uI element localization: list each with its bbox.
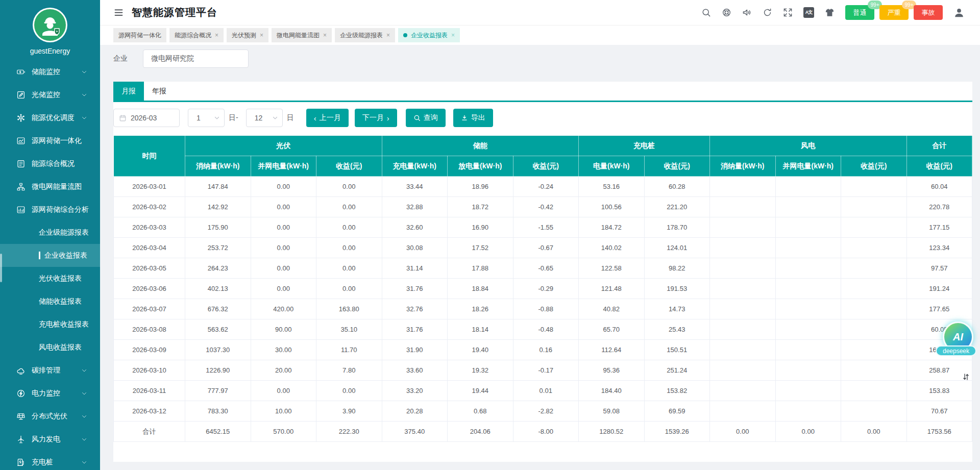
sound-icon[interactable]	[742, 8, 752, 17]
user-profile-icon[interactable]	[953, 7, 965, 18]
sidebar-subitem-企业收益报表[interactable]: 企业收益报表	[0, 244, 100, 267]
user-avatar[interactable]	[33, 8, 67, 42]
export-button[interactable]: 导出	[453, 109, 493, 127]
sidebar-item-能源优化调度[interactable]: 能源优化调度	[0, 106, 100, 129]
alarm-button-严重[interactable]: 严重99+	[879, 5, 909, 20]
prev-month-button[interactable]: ‹ 上一月	[306, 109, 349, 127]
cell-value: 14.73	[644, 299, 710, 319]
sidebar-item-电力监控[interactable]: 电力监控	[0, 382, 100, 405]
sidebar-subitem-储能收益报表[interactable]: 储能收益报表	[0, 290, 100, 313]
sidebar-item-源网荷储一体化[interactable]: 源网荷储一体化	[0, 129, 100, 152]
sidebar-item-风力发电[interactable]: 风力发电	[0, 428, 100, 451]
theme-shirt-icon[interactable]	[825, 8, 835, 17]
chevron-down-icon	[81, 459, 87, 465]
revenue-table-body: 2026-03-01147.840.000.0033.4418.96-0.245…	[114, 177, 972, 442]
chevron-down-icon	[272, 115, 278, 121]
enterprise-input[interactable]: 微电网研究院	[143, 50, 249, 68]
cell-value: -0.42	[513, 197, 579, 217]
sidebar-subitem-充电桩收益报表[interactable]: 充电桩收益报表	[0, 313, 100, 336]
route-tag-企业收益报表[interactable]: 企业收益报表×	[398, 28, 460, 42]
cell-value: 0.00	[251, 197, 316, 217]
tab-年报[interactable]: 年报	[144, 82, 175, 101]
hamburger-menu-icon[interactable]	[113, 7, 124, 18]
close-icon[interactable]: ×	[323, 32, 327, 39]
cell-value: 153.82	[644, 381, 710, 401]
deepseek-brand-label: deepseek	[936, 345, 976, 356]
cell-value: -1.55	[513, 217, 579, 238]
sidebar-item-光储监控[interactable]: 光储监控	[0, 83, 100, 106]
chevron-down-icon	[81, 69, 87, 75]
cell-value: 31.76	[382, 279, 448, 299]
cell-value: 264.23	[185, 258, 251, 279]
cell-value: 140.02	[579, 238, 645, 258]
route-tag-光伏预测[interactable]: 光伏预测×	[227, 28, 268, 42]
search-icon	[413, 114, 421, 121]
cell-value	[775, 279, 841, 299]
cell-value: 121.48	[579, 279, 645, 299]
alarm-button-label: 事故	[922, 8, 935, 17]
route-tag-源网荷储一体化[interactable]: 源网荷储一体化	[113, 28, 166, 42]
cell-value: 184.40	[579, 381, 645, 401]
cell-time: 2026-03-09	[114, 340, 185, 360]
cell-value: 1037.30	[185, 340, 251, 360]
close-icon[interactable]: ×	[451, 32, 455, 39]
cell-value: 19.44	[448, 381, 513, 401]
top-actions: A文 普通99+严重99+事故	[701, 5, 965, 20]
sidebar-subitem-label: 风电收益报表	[39, 343, 82, 352]
support-icon[interactable]	[722, 8, 731, 17]
cell-value: 570.00	[251, 422, 316, 442]
solar-icon	[16, 412, 26, 421]
day-to-select[interactable]: 12	[246, 109, 283, 127]
sidebar-item-微电网能量流图[interactable]: 微电网能量流图	[0, 175, 100, 198]
sidebar-subitem-风电收益报表[interactable]: 风电收益报表	[0, 336, 100, 359]
search-icon[interactable]	[701, 8, 711, 17]
alarm-button-事故[interactable]: 事故	[914, 5, 943, 20]
sidebar-subitem-光伏收益报表[interactable]: 光伏收益报表	[0, 267, 100, 290]
adjust-handle-icon[interactable]	[962, 373, 970, 381]
prev-month-label: 上一月	[320, 113, 341, 122]
chevron-down-icon	[81, 436, 87, 442]
refresh-icon[interactable]	[763, 8, 772, 17]
route-tag-微电网能量流图[interactable]: 微电网能量流图×	[272, 28, 332, 42]
cell-value: 70.67	[906, 401, 972, 422]
chevron-down-icon	[81, 413, 87, 419]
route-tag-企业级能源报表[interactable]: 企业级能源报表×	[335, 28, 395, 42]
month-picker[interactable]: 2026-03	[113, 109, 180, 127]
cell-value: 124.01	[644, 238, 710, 258]
sidebar-scrollbar[interactable]	[0, 254, 2, 282]
close-icon[interactable]: ×	[386, 32, 390, 39]
cell-value: 31.14	[382, 258, 448, 279]
route-tag-能源综合概况[interactable]: 能源综合概况×	[169, 28, 224, 42]
close-icon[interactable]: ×	[260, 32, 263, 39]
alarm-button-普通[interactable]: 普通99+	[845, 5, 874, 20]
cell-value: -0.24	[513, 177, 579, 197]
sidebar-item-分布式光伏[interactable]: 分布式光伏	[0, 405, 100, 428]
query-button[interactable]: 查询	[406, 109, 446, 127]
table-row: 2026-03-08563.6290.0035.1031.7618.14-0.4…	[114, 319, 972, 340]
cell-value: 783.30	[185, 401, 251, 422]
sidebar-item-能源综合概况[interactable]: 能源综合概况	[0, 152, 100, 175]
next-month-button[interactable]: 下一月 ›	[355, 109, 397, 127]
cell-time: 2026-03-08	[114, 319, 185, 340]
sidebar-item-充电桩[interactable]: 充电桩	[0, 451, 100, 470]
tab-月报[interactable]: 月报	[113, 82, 144, 101]
download-icon	[461, 114, 468, 121]
cell-value: 0.00	[316, 258, 382, 279]
close-icon[interactable]: ×	[215, 32, 218, 39]
translate-icon[interactable]: A文	[803, 7, 814, 18]
route-tag-label: 源网荷储一体化	[118, 31, 161, 40]
cell-value: 402.13	[185, 279, 251, 299]
report-icon	[16, 159, 26, 168]
col-header-风电-消纳量(kW·h): 消纳量(kW·h)	[710, 156, 776, 177]
cell-time: 合计	[114, 422, 185, 442]
sidebar-subitem-企业级能源报表[interactable]: 企业级能源报表	[0, 221, 100, 244]
sidebar-item-碳排管理[interactable]: 碳排管理	[0, 359, 100, 382]
chevron-down-icon	[81, 390, 87, 397]
fullscreen-icon[interactable]	[783, 8, 793, 17]
sidebar-item-储能监控[interactable]: 储能监控	[0, 60, 100, 83]
day-from-select[interactable]: 1	[188, 109, 225, 127]
cell-value: 17.52	[448, 238, 513, 258]
alarm-button-label: 严重	[888, 8, 901, 17]
sidebar-item-源网荷储综合分析[interactable]: 源网荷储综合分析	[0, 198, 100, 221]
col-header-合计-收益(元): 收益(元)	[906, 156, 972, 177]
